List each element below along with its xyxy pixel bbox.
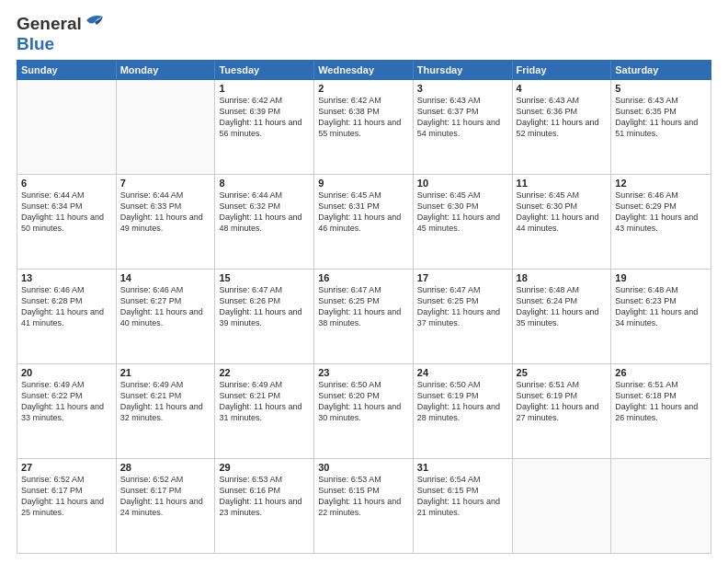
weekday-header-thursday: Thursday [414, 61, 513, 79]
cell-info: Sunrise: 6:45 AM Sunset: 6:30 PM Dayligh… [517, 190, 608, 235]
cell-info: Sunrise: 6:51 AM Sunset: 6:18 PM Dayligh… [615, 379, 707, 424]
day-number: 8 [219, 178, 310, 189]
calendar-cell: 24Sunrise: 6:50 AM Sunset: 6:19 PM Dayli… [414, 364, 513, 458]
calendar-cell: 16Sunrise: 6:47 AM Sunset: 6:25 PM Dayli… [314, 270, 414, 363]
cell-info: Sunrise: 6:49 AM Sunset: 6:21 PM Dayligh… [219, 379, 310, 424]
cell-info: Sunrise: 6:45 AM Sunset: 6:30 PM Dayligh… [417, 190, 508, 235]
cell-info: Sunrise: 6:43 AM Sunset: 6:35 PM Dayligh… [615, 95, 707, 140]
day-number: 3 [417, 83, 508, 94]
cell-info: Sunrise: 6:44 AM Sunset: 6:33 PM Dayligh… [120, 190, 211, 235]
calendar-cell [117, 80, 216, 174]
day-number: 12 [615, 178, 707, 189]
cell-info: Sunrise: 6:51 AM Sunset: 6:19 PM Dayligh… [517, 379, 608, 424]
header: General Blue [17, 15, 711, 54]
day-number: 18 [517, 272, 608, 283]
day-number: 30 [318, 462, 409, 473]
calendar-cell: 1Sunrise: 6:42 AM Sunset: 6:39 PM Daylig… [215, 80, 314, 174]
cell-info: Sunrise: 6:46 AM Sunset: 6:28 PM Dayligh… [21, 284, 112, 329]
day-number: 1 [219, 83, 310, 94]
cell-info: Sunrise: 6:47 AM Sunset: 6:26 PM Dayligh… [219, 284, 310, 329]
cell-info: Sunrise: 6:46 AM Sunset: 6:27 PM Dayligh… [120, 284, 211, 329]
cell-info: Sunrise: 6:52 AM Sunset: 6:17 PM Dayligh… [120, 474, 211, 519]
day-number: 7 [120, 178, 211, 189]
calendar-page: General Blue SundayMondayTuesdayWednesda… [0, 0, 728, 563]
weekday-header-monday: Monday [117, 61, 216, 79]
calendar-cell: 21Sunrise: 6:49 AM Sunset: 6:21 PM Dayli… [117, 364, 216, 458]
logo-blue-label: Blue [17, 35, 54, 54]
calendar-cell: 17Sunrise: 6:47 AM Sunset: 6:25 PM Dayli… [414, 270, 513, 363]
calendar-cell: 8Sunrise: 6:44 AM Sunset: 6:32 PM Daylig… [215, 175, 314, 269]
cell-info: Sunrise: 6:53 AM Sunset: 6:16 PM Dayligh… [219, 474, 310, 519]
day-number: 21 [120, 367, 211, 378]
calendar-cell: 23Sunrise: 6:50 AM Sunset: 6:20 PM Dayli… [314, 364, 414, 458]
calendar-body: 1Sunrise: 6:42 AM Sunset: 6:39 PM Daylig… [17, 80, 711, 554]
calendar-cell [17, 80, 117, 174]
day-number: 25 [517, 367, 608, 378]
calendar-cell: 2Sunrise: 6:42 AM Sunset: 6:38 PM Daylig… [314, 80, 414, 174]
calendar-cell: 13Sunrise: 6:46 AM Sunset: 6:28 PM Dayli… [17, 270, 117, 363]
day-number: 31 [417, 462, 508, 473]
cell-info: Sunrise: 6:45 AM Sunset: 6:31 PM Dayligh… [318, 190, 409, 235]
weekday-header-saturday: Saturday [611, 61, 711, 79]
weekday-header-tuesday: Tuesday [215, 61, 314, 79]
weekday-header-sunday: Sunday [17, 61, 117, 79]
logo: General Blue [17, 15, 104, 54]
calendar-week-3: 13Sunrise: 6:46 AM Sunset: 6:28 PM Dayli… [17, 270, 711, 364]
calendar: SundayMondayTuesdayWednesdayThursdayFrid… [17, 60, 711, 554]
calendar-cell [513, 459, 612, 553]
calendar-cell: 26Sunrise: 6:51 AM Sunset: 6:18 PM Dayli… [611, 364, 711, 458]
cell-info: Sunrise: 6:48 AM Sunset: 6:23 PM Dayligh… [615, 284, 707, 329]
calendar-cell: 19Sunrise: 6:48 AM Sunset: 6:23 PM Dayli… [611, 270, 711, 363]
day-number: 29 [219, 462, 310, 473]
cell-info: Sunrise: 6:53 AM Sunset: 6:15 PM Dayligh… [318, 474, 409, 519]
cell-info: Sunrise: 6:54 AM Sunset: 6:15 PM Dayligh… [417, 474, 508, 519]
calendar-cell: 10Sunrise: 6:45 AM Sunset: 6:30 PM Dayli… [414, 175, 513, 269]
calendar-cell: 27Sunrise: 6:52 AM Sunset: 6:17 PM Dayli… [17, 459, 117, 553]
day-number: 17 [417, 272, 508, 283]
cell-info: Sunrise: 6:42 AM Sunset: 6:39 PM Dayligh… [219, 95, 310, 140]
calendar-week-4: 20Sunrise: 6:49 AM Sunset: 6:22 PM Dayli… [17, 364, 711, 459]
day-number: 2 [318, 83, 409, 94]
calendar-cell: 31Sunrise: 6:54 AM Sunset: 6:15 PM Dayli… [414, 459, 513, 553]
calendar-cell: 20Sunrise: 6:49 AM Sunset: 6:22 PM Dayli… [17, 364, 117, 458]
cell-info: Sunrise: 6:48 AM Sunset: 6:24 PM Dayligh… [517, 284, 608, 329]
cell-info: Sunrise: 6:50 AM Sunset: 6:20 PM Dayligh… [318, 379, 409, 424]
cell-info: Sunrise: 6:49 AM Sunset: 6:21 PM Dayligh… [120, 379, 211, 424]
cell-info: Sunrise: 6:46 AM Sunset: 6:29 PM Dayligh… [615, 190, 707, 235]
calendar-cell: 25Sunrise: 6:51 AM Sunset: 6:19 PM Dayli… [513, 364, 612, 458]
day-number: 10 [417, 178, 508, 189]
calendar-cell: 11Sunrise: 6:45 AM Sunset: 6:30 PM Dayli… [513, 175, 612, 269]
day-number: 16 [318, 272, 409, 283]
calendar-week-5: 27Sunrise: 6:52 AM Sunset: 6:17 PM Dayli… [17, 459, 711, 553]
day-number: 11 [517, 178, 608, 189]
cell-info: Sunrise: 6:43 AM Sunset: 6:37 PM Dayligh… [417, 95, 508, 140]
cell-info: Sunrise: 6:47 AM Sunset: 6:25 PM Dayligh… [417, 284, 508, 329]
day-number: 26 [615, 367, 707, 378]
day-number: 23 [318, 367, 409, 378]
weekday-header-friday: Friday [513, 61, 612, 79]
calendar-cell: 4Sunrise: 6:43 AM Sunset: 6:36 PM Daylig… [513, 80, 612, 174]
cell-info: Sunrise: 6:52 AM Sunset: 6:17 PM Dayligh… [21, 474, 112, 519]
day-number: 14 [120, 272, 211, 283]
cell-info: Sunrise: 6:44 AM Sunset: 6:34 PM Dayligh… [21, 190, 112, 235]
day-number: 15 [219, 272, 310, 283]
calendar-header: SundayMondayTuesdayWednesdayThursdayFrid… [17, 60, 711, 80]
day-number: 13 [21, 272, 112, 283]
calendar-week-1: 1Sunrise: 6:42 AM Sunset: 6:39 PM Daylig… [17, 80, 711, 175]
weekday-header-wednesday: Wednesday [314, 61, 414, 79]
calendar-cell: 12Sunrise: 6:46 AM Sunset: 6:29 PM Dayli… [611, 175, 711, 269]
calendar-cell: 28Sunrise: 6:52 AM Sunset: 6:17 PM Dayli… [117, 459, 216, 553]
cell-info: Sunrise: 6:42 AM Sunset: 6:38 PM Dayligh… [318, 95, 409, 140]
calendar-cell: 7Sunrise: 6:44 AM Sunset: 6:33 PM Daylig… [117, 175, 216, 269]
calendar-cell: 22Sunrise: 6:49 AM Sunset: 6:21 PM Dayli… [215, 364, 314, 458]
day-number: 6 [21, 178, 112, 189]
calendar-cell: 14Sunrise: 6:46 AM Sunset: 6:27 PM Dayli… [117, 270, 216, 363]
calendar-cell: 3Sunrise: 6:43 AM Sunset: 6:37 PM Daylig… [414, 80, 513, 174]
logo-wrapper: General Blue [17, 15, 104, 54]
day-number: 24 [417, 367, 508, 378]
calendar-cell: 29Sunrise: 6:53 AM Sunset: 6:16 PM Dayli… [215, 459, 314, 553]
day-number: 20 [21, 367, 112, 378]
cell-info: Sunrise: 6:47 AM Sunset: 6:25 PM Dayligh… [318, 284, 409, 329]
logo-bird-icon [84, 14, 104, 29]
day-number: 19 [615, 272, 707, 283]
